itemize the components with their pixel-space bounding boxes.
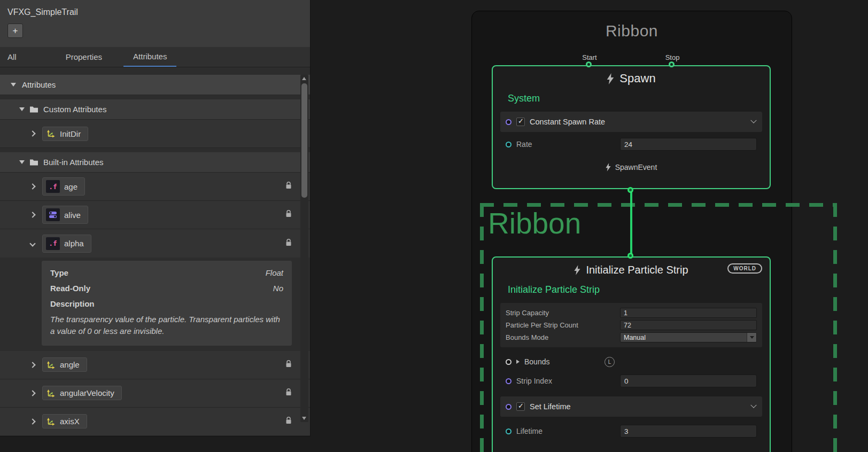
tab-attributes[interactable]: Attributes <box>123 47 176 67</box>
start-flow-port[interactable] <box>586 61 592 67</box>
init-in-port[interactable] <box>627 253 633 259</box>
attribute-name: age <box>64 182 78 191</box>
axis-icon <box>46 129 56 138</box>
dropdown-arrow-icon[interactable] <box>747 333 756 342</box>
lifetime-field[interactable] <box>620 425 757 438</box>
attributes-section-label: Attributes <box>22 80 56 89</box>
collapsed-chevron-icon[interactable] <box>29 183 35 189</box>
flow-edge[interactable] <box>630 191 632 261</box>
type-value: Float <box>266 268 283 277</box>
custom-attributes-label: Custom Attributes <box>43 105 106 114</box>
block-enable-port[interactable] <box>506 119 511 125</box>
lifetime-row[interactable]: Lifetime <box>500 423 762 439</box>
attribute-pill[interactable]: axisX <box>42 414 87 428</box>
collapsed-chevron-icon[interactable] <box>29 130 35 136</box>
attribute-name: alpha <box>64 239 84 248</box>
expanded-triangle-icon[interactable] <box>19 107 25 111</box>
chevron-down-icon[interactable] <box>750 402 756 408</box>
spawn-node[interactable]: Spawn System Constant Spawn Rate Rate Sp… <box>492 65 771 189</box>
add-attribute-button[interactable]: + <box>7 24 23 38</box>
attribute-row-initdir[interactable]: InitDir <box>0 120 310 148</box>
particle-per-strip-count-field[interactable] <box>620 320 757 330</box>
lifetime-port[interactable] <box>506 428 511 434</box>
blackboard-tabs: All Properties Attributes <box>0 47 310 67</box>
scroll-down-arrow-icon[interactable] <box>302 417 306 420</box>
scrollbar-thumb[interactable] <box>301 83 307 198</box>
type-label: Type <box>50 268 68 277</box>
set-lifetime-port[interactable] <box>506 404 511 410</box>
attribute-row-alive[interactable]: alive <box>0 201 310 229</box>
attribute-pill[interactable]: .f age <box>42 177 85 196</box>
set-lifetime-checkbox[interactable] <box>516 402 525 411</box>
bounds-local-badge[interactable]: L <box>604 357 615 367</box>
collapsed-chevron-icon[interactable] <box>29 362 35 368</box>
system-title: Ribbon <box>472 22 792 40</box>
tree-scrollbar[interactable] <box>300 75 308 422</box>
lock-icon <box>285 238 292 248</box>
strip-index-field[interactable] <box>620 375 757 387</box>
stop-port-label: Stop <box>665 53 680 61</box>
tab-properties[interactable]: Properties <box>56 47 112 67</box>
spawnevent-out-port[interactable] <box>627 187 633 193</box>
world-space-badge[interactable]: WORLD <box>727 263 762 274</box>
scroll-up-arrow-icon[interactable] <box>302 77 306 80</box>
attribute-row-angularvelocity[interactable]: angularVelocity <box>0 379 310 408</box>
chevron-down-icon[interactable] <box>750 118 756 123</box>
builtin-attributes-group[interactable]: Built-in Attributes <box>0 152 310 173</box>
initialize-particle-strip-node[interactable]: Initialize Particle Strip WORLD Initiali… <box>492 256 771 452</box>
float-icon: .f <box>46 237 60 250</box>
particle-per-strip-count-label: Particle Per Strip Count <box>506 321 578 329</box>
strip-capacity-field[interactable] <box>620 308 757 318</box>
attribute-pill[interactable]: alive <box>42 206 88 224</box>
lightning-icon <box>606 163 611 172</box>
set-lifetime-block[interactable]: Set Lifetime <box>500 396 762 417</box>
description-label: Description <box>50 299 283 308</box>
init-settings-panel: Strip Capacity Particle Per Strip Count … <box>500 303 762 347</box>
spawn-node-header[interactable]: Spawn <box>493 66 770 91</box>
attribute-name: angularVelocity <box>60 388 114 398</box>
attributes-tree: Attributes Custom Attributes <box>0 67 310 436</box>
attribute-row-angle[interactable]: angle <box>0 351 310 379</box>
bounds-mode-dropdown[interactable]: Manual <box>620 332 757 342</box>
axis-icon <box>46 389 56 398</box>
rate-input-port[interactable] <box>506 142 511 147</box>
init-node-title: Initialize Particle Strip <box>586 264 688 276</box>
lock-icon <box>285 388 292 398</box>
init-node-header[interactable]: Initialize Particle Strip WORLD <box>493 258 770 282</box>
expanded-triangle-icon[interactable] <box>19 160 25 164</box>
collapsed-chevron-icon[interactable] <box>29 212 35 217</box>
expanded-triangle-icon[interactable] <box>11 83 16 87</box>
lock-icon <box>285 182 292 192</box>
system-boundary-dash-top <box>480 203 837 207</box>
strip-index-row[interactable]: Strip Index <box>500 373 762 389</box>
collapsed-chevron-icon[interactable] <box>29 390 35 396</box>
collapsed-chevron-icon[interactable] <box>29 418 35 424</box>
attribute-pill[interactable]: angle <box>42 357 87 372</box>
tab-all[interactable]: All <box>0 47 24 67</box>
expanded-chevron-icon[interactable] <box>29 240 35 246</box>
strip-index-port[interactable] <box>506 378 511 384</box>
attribute-pill[interactable]: InitDir <box>42 127 88 141</box>
rate-field[interactable] <box>620 138 757 151</box>
bounds-input-port[interactable] <box>506 359 511 365</box>
attribute-name: axisX <box>60 417 80 426</box>
foldout-arrow-icon[interactable] <box>516 360 520 364</box>
constant-spawn-rate-checkbox[interactable] <box>516 118 525 126</box>
custom-attributes-group[interactable]: Custom Attributes <box>0 99 310 120</box>
attribute-row-alpha[interactable]: .f alpha <box>0 229 310 258</box>
attributes-section-header[interactable]: Attributes <box>0 75 310 95</box>
rate-row[interactable]: Rate <box>500 136 762 152</box>
stop-flow-port[interactable] <box>669 61 675 67</box>
bounds-row[interactable]: Bounds L <box>500 354 762 370</box>
lightning-icon <box>607 73 614 84</box>
attribute-row-age[interactable]: .f age <box>0 173 310 201</box>
constant-spawn-rate-label: Constant Spawn Rate <box>530 118 605 126</box>
set-lifetime-label: Set Lifetime <box>530 402 571 411</box>
folder-icon <box>29 106 38 113</box>
attribute-pill[interactable]: angularVelocity <box>42 386 122 400</box>
attribute-row-axisx[interactable]: axisX <box>0 408 310 436</box>
constant-spawn-rate-block[interactable]: Constant Spawn Rate <box>500 112 762 132</box>
spawn-node-title: Spawn <box>619 72 655 85</box>
lock-icon <box>285 210 292 220</box>
attribute-pill[interactable]: .f alpha <box>42 235 91 253</box>
